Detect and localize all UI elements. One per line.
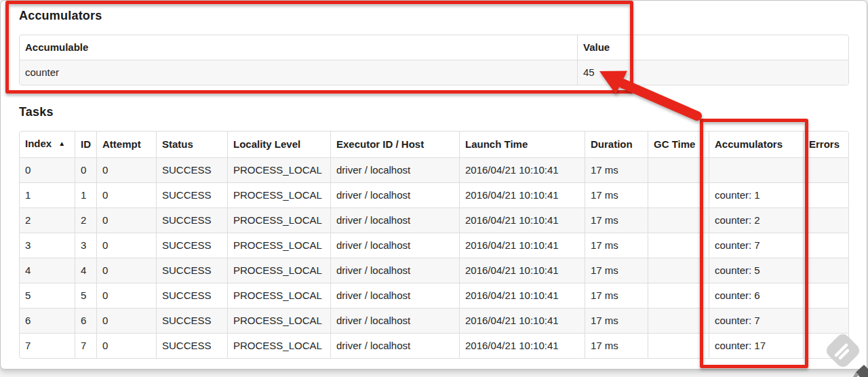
table-cell: SUCCESS bbox=[156, 182, 227, 207]
tasks-table: Index▲IDAttemptStatusLocality LevelExecu… bbox=[19, 131, 849, 359]
table-cell: 0 bbox=[96, 157, 156, 182]
column-header-label: Duration bbox=[591, 138, 633, 150]
table-cell: driver / localhost bbox=[330, 182, 459, 207]
table-cell bbox=[648, 182, 709, 207]
table-cell: PROCESS_LOCAL bbox=[227, 157, 330, 182]
column-header-label: Index bbox=[25, 138, 52, 149]
table-cell: 3 bbox=[20, 233, 75, 258]
table-cell bbox=[803, 207, 848, 233]
table-cell bbox=[803, 283, 848, 308]
column-header-executor-id-host[interactable]: Executor ID / Host bbox=[330, 132, 459, 157]
table-cell: driver / localhost bbox=[330, 333, 459, 358]
table-cell: 1 bbox=[20, 182, 75, 207]
table-cell: SUCCESS bbox=[156, 207, 227, 233]
table-cell: 2016/04/21 10:10:41 bbox=[459, 258, 585, 283]
table-cell bbox=[648, 258, 709, 283]
table-cell: 17 ms bbox=[585, 333, 648, 358]
table-row: 440SUCCESSPROCESS_LOCALdriver / localhos… bbox=[20, 258, 848, 283]
column-header-label: Launch Time bbox=[465, 138, 528, 150]
table-cell: 17 ms bbox=[585, 157, 648, 182]
column-header-accumulable[interactable]: Accumulable bbox=[20, 35, 577, 60]
table-cell: driver / localhost bbox=[330, 233, 459, 258]
table-cell bbox=[648, 308, 709, 333]
table-cell bbox=[648, 333, 709, 358]
table-row: 330SUCCESSPROCESS_LOCALdriver / localhos… bbox=[20, 233, 848, 258]
table-cell: 17 ms bbox=[585, 283, 648, 308]
column-header-label: Executor ID / Host bbox=[336, 138, 424, 150]
table-cell: PROCESS_LOCAL bbox=[227, 333, 330, 358]
table-cell: 17 ms bbox=[585, 182, 648, 207]
table-cell: SUCCESS bbox=[156, 233, 227, 258]
table-row: 110SUCCESSPROCESS_LOCALdriver / localhos… bbox=[20, 182, 848, 207]
table-cell: 3 bbox=[75, 233, 96, 258]
table-cell bbox=[803, 233, 848, 258]
table-row: 000SUCCESSPROCESS_LOCALdriver / localhos… bbox=[20, 157, 848, 182]
column-header-index[interactable]: Index▲ bbox=[20, 132, 75, 157]
table-row: counter 45 bbox=[20, 60, 848, 85]
table-cell: 0 bbox=[96, 233, 156, 258]
table-cell: 7 bbox=[75, 333, 96, 358]
table-cell bbox=[709, 157, 803, 182]
table-cell: 2016/04/21 10:10:41 bbox=[459, 207, 585, 233]
table-row: 550SUCCESSPROCESS_LOCALdriver / localhos… bbox=[20, 283, 848, 308]
tasks-table-body: 000SUCCESSPROCESS_LOCALdriver / localhos… bbox=[20, 157, 848, 358]
column-header-status[interactable]: Status bbox=[156, 132, 227, 157]
column-header-launch-time[interactable]: Launch Time bbox=[459, 132, 585, 157]
table-cell: PROCESS_LOCAL bbox=[227, 308, 330, 333]
tasks-section-title: Tasks bbox=[19, 105, 849, 119]
table-cell: counter: 7 bbox=[709, 233, 803, 258]
table-cell: 4 bbox=[20, 258, 75, 283]
table-cell bbox=[648, 283, 709, 308]
column-header-accumulators[interactable]: Accumulators bbox=[709, 132, 803, 157]
table-cell: 0 bbox=[96, 283, 156, 308]
table-cell: 17 ms bbox=[585, 207, 648, 233]
column-header-label: Status bbox=[162, 138, 193, 150]
column-header-label: Locality Level bbox=[233, 138, 300, 150]
table-cell: 2 bbox=[75, 207, 96, 233]
table-cell bbox=[803, 333, 848, 358]
table-cell: SUCCESS bbox=[156, 258, 227, 283]
column-header-label: GC Time bbox=[654, 138, 695, 150]
table-cell: PROCESS_LOCAL bbox=[227, 258, 330, 283]
column-header-locality-level[interactable]: Locality Level bbox=[227, 132, 330, 157]
table-cell: SUCCESS bbox=[156, 333, 227, 358]
table-cell: SUCCESS bbox=[156, 283, 227, 308]
column-header-errors[interactable]: Errors bbox=[803, 132, 848, 157]
table-cell: PROCESS_LOCAL bbox=[227, 182, 330, 207]
table-cell bbox=[803, 308, 848, 333]
table-cell: 5 bbox=[20, 283, 75, 308]
table-cell: 4 bbox=[75, 258, 96, 283]
table-cell: 17 ms bbox=[585, 233, 648, 258]
table-cell: counter: 6 bbox=[709, 283, 803, 308]
column-header-gc-time[interactable]: GC Time bbox=[648, 132, 709, 157]
accumulators-section-title: Accumulators bbox=[19, 9, 849, 22]
table-cell: 2016/04/21 10:10:41 bbox=[459, 233, 585, 258]
table-cell: 2016/04/21 10:10:41 bbox=[459, 182, 585, 207]
table-cell: 2016/04/21 10:10:41 bbox=[459, 283, 585, 308]
column-header-duration[interactable]: Duration bbox=[585, 132, 648, 157]
table-cell: driver / localhost bbox=[330, 283, 459, 308]
table-cell: 1 bbox=[75, 182, 96, 207]
table-cell: 6 bbox=[20, 308, 75, 333]
accumulators-table: Accumulable Value counter 45 bbox=[19, 35, 849, 85]
table-cell: counter: 17 bbox=[709, 333, 803, 358]
table-cell bbox=[803, 157, 848, 182]
column-header-label: ID bbox=[81, 138, 91, 150]
column-header-attempt[interactable]: Attempt bbox=[96, 132, 156, 157]
column-header-id[interactable]: ID bbox=[75, 132, 96, 157]
table-cell: 0 bbox=[96, 207, 156, 233]
table-cell: 0 bbox=[75, 157, 96, 182]
table-cell: 5 bbox=[75, 283, 96, 308]
column-header-label: Accumulators bbox=[715, 138, 783, 150]
table-cell: counter: 1 bbox=[709, 182, 803, 207]
table-cell bbox=[803, 182, 848, 207]
table-cell: driver / localhost bbox=[330, 207, 459, 233]
table-cell: 2016/04/21 10:10:41 bbox=[459, 333, 585, 358]
table-cell: 2 bbox=[20, 207, 75, 233]
table-cell: 17 ms bbox=[585, 258, 648, 283]
column-header-value[interactable]: Value bbox=[577, 35, 848, 60]
table-cell: 6 bbox=[75, 308, 96, 333]
table-row: 770SUCCESSPROCESS_LOCALdriver / localhos… bbox=[20, 333, 848, 358]
table-row: 220SUCCESSPROCESS_LOCALdriver / localhos… bbox=[20, 207, 848, 233]
table-cell bbox=[648, 233, 709, 258]
